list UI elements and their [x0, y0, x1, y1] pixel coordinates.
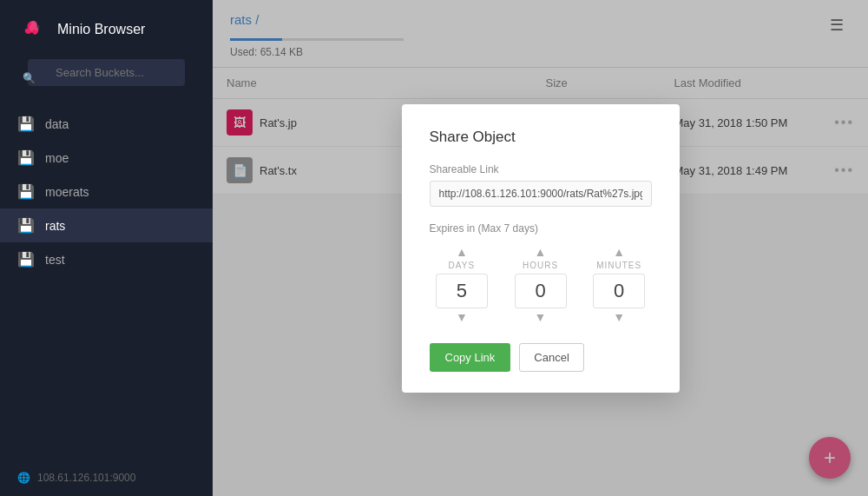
- sidebar-item-moerats[interactable]: 💾 moerats: [0, 175, 213, 208]
- dialog-actions: Copy Link Cancel: [430, 343, 652, 372]
- sidebar-item-label-moe: moe: [45, 151, 69, 165]
- copy-link-button[interactable]: Copy Link: [430, 343, 511, 372]
- search-wrapper: 🔍: [14, 59, 199, 96]
- bucket-icon-moerats: 💾: [17, 183, 35, 200]
- cancel-button[interactable]: Cancel: [519, 343, 583, 372]
- sidebar-header: Minio Browser: [0, 0, 213, 59]
- search-input[interactable]: [28, 59, 185, 86]
- sidebar-footer: 🌐 108.61.126.101:9000: [0, 460, 213, 496]
- days-value: 5: [436, 274, 488, 308]
- hours-increment-button[interactable]: ▲: [528, 243, 554, 261]
- hours-label: HOURS: [523, 261, 558, 270]
- dialog-title: Share Object: [430, 129, 652, 146]
- bucket-icon-test: 💾: [17, 251, 35, 268]
- minutes-label: MINUTES: [596, 261, 641, 270]
- hours-decrement-button[interactable]: ▼: [528, 308, 554, 326]
- server-icon: 🌐: [17, 472, 30, 484]
- expires-label: Expires in (Max 7 days): [430, 222, 652, 235]
- sidebar-item-label-test: test: [45, 253, 65, 267]
- sidebar-item-moe[interactable]: 💾 moe: [0, 141, 213, 175]
- bucket-icon-rats: 💾: [17, 217, 35, 234]
- modal-overlay: Share Object Shareable Link Expires in (…: [213, 0, 868, 496]
- sidebar-item-label-data: data: [45, 117, 69, 131]
- sidebar-item-label-moerats: moerats: [45, 185, 89, 199]
- sidebar-item-label-rats: rats: [45, 219, 65, 233]
- hours-unit: ▲ HOURS 0 ▼: [508, 243, 573, 326]
- app-logo: [17, 14, 49, 45]
- bucket-icon-data: 💾: [17, 116, 35, 132]
- days-increment-button[interactable]: ▲: [449, 243, 475, 261]
- days-label: DAYS: [449, 261, 476, 270]
- bucket-icon-moe: 💾: [17, 149, 35, 166]
- sidebar-item-data[interactable]: 💾 data: [0, 107, 213, 141]
- sidebar: Minio Browser 🔍 💾 data 💾 moe 💾 moerats 💾…: [0, 0, 213, 496]
- days-unit: ▲ DAYS 5 ▼: [430, 243, 495, 326]
- minutes-value: 0: [593, 274, 645, 308]
- minutes-increment-button[interactable]: ▲: [606, 243, 632, 261]
- app-title: Minio Browser: [57, 22, 145, 37]
- sidebar-item-test[interactable]: 💾 test: [0, 242, 213, 276]
- hours-value: 0: [515, 274, 567, 308]
- sidebar-nav: 💾 data 💾 moe 💾 moerats 💾 rats 💾 test: [0, 107, 213, 460]
- search-icon: 🔍: [23, 72, 36, 84]
- minutes-decrement-button[interactable]: ▼: [606, 308, 632, 326]
- time-picker: ▲ DAYS 5 ▼ ▲ HOURS 0 ▼ ▲ MINUTES 0 ▼: [430, 243, 652, 326]
- minutes-unit: ▲ MINUTES 0 ▼: [587, 243, 652, 326]
- link-label: Shareable Link: [430, 163, 652, 175]
- sidebar-item-rats[interactable]: 💾 rats: [0, 208, 213, 242]
- days-decrement-button[interactable]: ▼: [449, 308, 475, 326]
- main-content: rats / ☰ Used: 65.14 KB Name Size Last M…: [213, 0, 868, 496]
- share-dialog: Share Object Shareable Link Expires in (…: [402, 104, 680, 393]
- shareable-link-input[interactable]: [430, 181, 652, 207]
- server-address: 108.61.126.101:9000: [37, 472, 135, 484]
